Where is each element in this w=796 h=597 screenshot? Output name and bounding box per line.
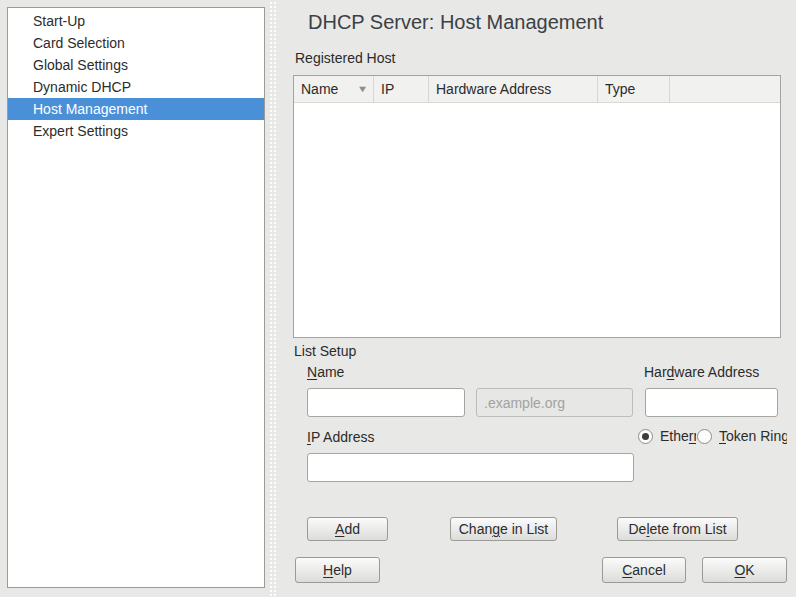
ip-address-input[interactable]	[307, 453, 634, 482]
hardware-address-field-label: Hardware Address	[644, 364, 759, 380]
registered-host-label: Registered Host	[295, 50, 395, 66]
column-header-type[interactable]: Type	[598, 76, 670, 102]
column-header-ip[interactable]: IP	[374, 76, 429, 102]
sidebar-item-dynamic-dhcp[interactable]: Dynamic DHCP	[8, 76, 264, 98]
hardware-address-input[interactable]	[645, 388, 778, 417]
name-field-label: Name	[307, 364, 344, 380]
list-setup-label: List Setup	[294, 343, 356, 359]
cancel-button[interactable]: Cancel	[602, 557, 686, 583]
column-header-name[interactable]: Name ▼	[294, 76, 374, 102]
column-header-hardware-address-label: Hardware Address	[436, 76, 551, 102]
sidebar-item-card-selection[interactable]: Card Selection	[8, 32, 264, 54]
domain-suffix-input	[476, 388, 633, 417]
delete-from-list-button[interactable]: Delete from List	[617, 517, 738, 541]
pane-splitter-handle[interactable]	[268, 0, 277, 597]
sidebar-item-expert-settings[interactable]: Expert Settings	[8, 120, 264, 142]
registered-host-table: Name ▼ IP Hardware Address Type	[293, 75, 781, 338]
sidebar-item-global-settings[interactable]: Global Settings	[8, 54, 264, 76]
radio-selected-icon	[638, 429, 653, 444]
change-in-list-button[interactable]: Change in List	[450, 517, 557, 541]
sidebar-item-host-management[interactable]: Host Management	[8, 98, 264, 120]
dhcp-server-dialog: Start-Up Card Selection Global Settings …	[0, 0, 796, 597]
sidebar-item-start-up[interactable]: Start-Up	[8, 10, 264, 32]
add-button[interactable]: Add	[307, 517, 388, 541]
ethernet-radio-label: Ethernet	[660, 428, 696, 444]
token-ring-radio[interactable]: Token Ring	[697, 426, 787, 446]
column-header-hardware-address[interactable]: Hardware Address	[429, 76, 598, 102]
name-input[interactable]	[307, 388, 465, 417]
column-header-ip-label: IP	[381, 76, 394, 102]
sort-descending-icon: ▼	[357, 76, 369, 102]
column-header-type-label: Type	[605, 76, 635, 102]
host-list-area[interactable]	[294, 103, 780, 337]
ip-address-field-label: IP Address	[307, 429, 374, 445]
network-type-radio-group: Ethernet Token Ring	[638, 426, 787, 446]
help-button[interactable]: Help	[295, 557, 380, 583]
table-header-row: Name ▼ IP Hardware Address Type	[294, 76, 780, 103]
column-header-name-label: Name	[301, 76, 338, 102]
radio-unselected-icon	[697, 429, 712, 444]
token-ring-radio-label: Token Ring	[719, 428, 787, 444]
column-header-filler	[670, 76, 780, 102]
page-title: DHCP Server: Host Management	[308, 11, 603, 34]
config-section-list: Start-Up Card Selection Global Settings …	[7, 7, 265, 588]
ok-button[interactable]: OK	[702, 557, 787, 583]
ethernet-radio[interactable]: Ethernet	[638, 426, 696, 446]
